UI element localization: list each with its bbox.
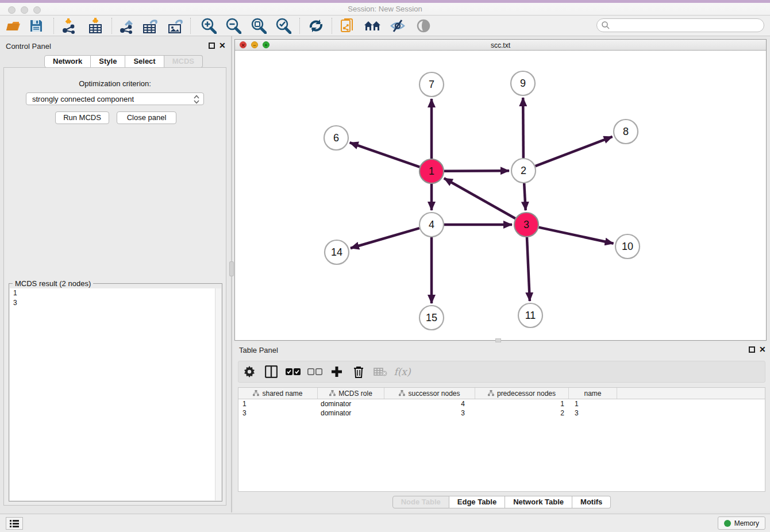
export-network-icon[interactable]: [117, 18, 136, 34]
graph-node-15[interactable]: 15: [419, 306, 444, 330]
sort-icon: [253, 390, 259, 396]
svg-text:7: 7: [429, 79, 434, 90]
table-cell: 4: [384, 399, 475, 408]
deselect-all-checkboxes-icon[interactable]: [304, 361, 326, 382]
tab-node-table[interactable]: Node Table: [392, 496, 449, 508]
apply-layout-icon[interactable]: [306, 18, 326, 34]
graph-node-4[interactable]: 4: [419, 213, 444, 237]
list-icon: [10, 520, 19, 527]
search-box[interactable]: [596, 18, 764, 32]
table-cell: dominator: [318, 399, 384, 408]
tab-network-table[interactable]: Network Table: [505, 496, 572, 508]
import-network-icon[interactable]: [59, 18, 79, 34]
import-table-icon[interactable]: [86, 18, 105, 34]
node-table[interactable]: shared name MCDS role successor nodes pr…: [238, 387, 765, 492]
svg-text:9: 9: [520, 78, 526, 89]
clone-network-icon[interactable]: [338, 18, 357, 34]
toolbar-separator: [190, 18, 191, 34]
float-table-panel-icon[interactable]: [749, 346, 755, 353]
graph-node-2[interactable]: 2: [511, 159, 536, 183]
column-header-shared-name[interactable]: shared name: [238, 388, 318, 399]
column-header-mcds-role[interactable]: MCDS role: [318, 388, 384, 399]
delete-column-icon[interactable]: [348, 361, 369, 382]
network-window-titlebar[interactable]: ✕ − + scc.txt: [235, 40, 766, 51]
optimization-criterion-select[interactable]: strongly connected component: [26, 92, 204, 105]
graph-edge-3-10[interactable]: [539, 228, 614, 244]
mcds-result-group: MCDS result (2 nodes) 13: [9, 283, 222, 502]
run-mcds-button[interactable]: Run MCDS: [55, 111, 109, 124]
horizontal-divider-handle[interactable]: [495, 338, 501, 342]
graph-edge-1-6[interactable]: [350, 142, 420, 167]
close-table-panel-icon[interactable]: ✕: [759, 345, 766, 354]
node-table-body: 1dominator4113dominator323: [238, 399, 765, 418]
add-column-icon[interactable]: [326, 361, 348, 382]
svg-text:15: 15: [426, 312, 437, 323]
show-all-icon[interactable]: [414, 18, 433, 34]
zoom-out-icon[interactable]: [224, 18, 243, 34]
search-input[interactable]: [613, 21, 764, 29]
hide-selected-icon[interactable]: [388, 18, 407, 34]
graph-edge-3-1[interactable]: [444, 178, 515, 218]
select-all-checkboxes-icon[interactable]: [282, 361, 304, 382]
tab-style[interactable]: Style: [91, 55, 125, 68]
graph-edge-4-14[interactable]: [351, 228, 419, 248]
table-row[interactable]: 1dominator411: [238, 399, 765, 408]
delete-table-icon[interactable]: [369, 361, 391, 382]
close-panel-button[interactable]: Close panel: [117, 111, 176, 124]
svg-text:4: 4: [429, 219, 434, 230]
sort-icon: [488, 390, 494, 396]
tab-mcds[interactable]: MCDS: [164, 55, 203, 68]
graph-edge-2-9[interactable]: [523, 98, 523, 158]
mcds-result-list[interactable]: 13: [10, 288, 221, 500]
graph-node-14[interactable]: 14: [325, 240, 349, 264]
svg-text:1: 1: [429, 165, 434, 177]
export-image-icon[interactable]: [166, 18, 186, 34]
zoom-fit-icon[interactable]: [249, 18, 268, 34]
graph-node-7[interactable]: 7: [419, 72, 444, 97]
table-cell: 1: [569, 399, 617, 408]
tab-network[interactable]: Network: [44, 55, 91, 68]
status-bar: Memory: [0, 514, 770, 532]
graph-node-3[interactable]: 3: [514, 213, 538, 237]
function-builder-icon[interactable]: f(x): [391, 361, 413, 382]
result-scrollbar[interactable]: [215, 288, 221, 500]
table-cell: 3: [238, 408, 318, 418]
column-header-predecessor-nodes[interactable]: predecessor nodes: [475, 388, 569, 399]
graph-node-1[interactable]: 1: [419, 159, 444, 183]
graph-node-10[interactable]: 10: [615, 234, 640, 259]
svg-text:14: 14: [331, 246, 342, 258]
memory-button[interactable]: Memory: [718, 516, 765, 530]
svg-text:2: 2: [521, 165, 526, 176]
show-columns-icon[interactable]: [260, 361, 282, 382]
float-panel-icon[interactable]: [209, 43, 215, 49]
graph-edge-2-3[interactable]: [524, 183, 526, 210]
open-session-icon[interactable]: [3, 18, 23, 34]
save-session-icon[interactable]: [26, 18, 46, 34]
table-cell: 1: [475, 399, 569, 408]
graph-node-8[interactable]: 8: [614, 119, 638, 144]
control-panel-tabs: Network Style Select MCDS: [44, 55, 203, 68]
tab-motifs[interactable]: Motifs: [572, 496, 611, 508]
tab-select[interactable]: Select: [125, 55, 164, 68]
network-graph-canvas[interactable]: 1 2 3 4 6 7 8 9 10 11 14: [235, 51, 766, 340]
graph-edge-1-2[interactable]: [444, 171, 509, 171]
graph-node-9[interactable]: 9: [511, 71, 535, 95]
graph-node-6[interactable]: 6: [324, 126, 348, 150]
graph-edge-2-8[interactable]: [536, 137, 613, 166]
panel-divider-handle[interactable]: [229, 261, 234, 276]
zoom-selected-icon[interactable]: [274, 18, 293, 34]
table-row[interactable]: 3dominator323: [238, 408, 765, 418]
graph-node-11[interactable]: 11: [518, 303, 542, 327]
graph-edge-3-11[interactable]: [527, 237, 530, 301]
column-header-name[interactable]: name: [569, 388, 617, 399]
column-header-successor-nodes[interactable]: successor nodes: [384, 388, 475, 399]
optimization-criterion-label: Optimization criterion:: [4, 79, 226, 88]
zoom-in-icon[interactable]: [199, 18, 218, 34]
tab-edge-table[interactable]: Edge Table: [449, 496, 505, 508]
close-panel-icon[interactable]: ✕: [219, 41, 226, 50]
control-panel-title: Control Panel: [6, 42, 51, 51]
first-neighbors-icon[interactable]: [363, 18, 383, 34]
export-table-icon[interactable]: [141, 18, 160, 34]
table-settings-icon[interactable]: [238, 361, 260, 382]
task-history-button[interactable]: [6, 517, 23, 530]
